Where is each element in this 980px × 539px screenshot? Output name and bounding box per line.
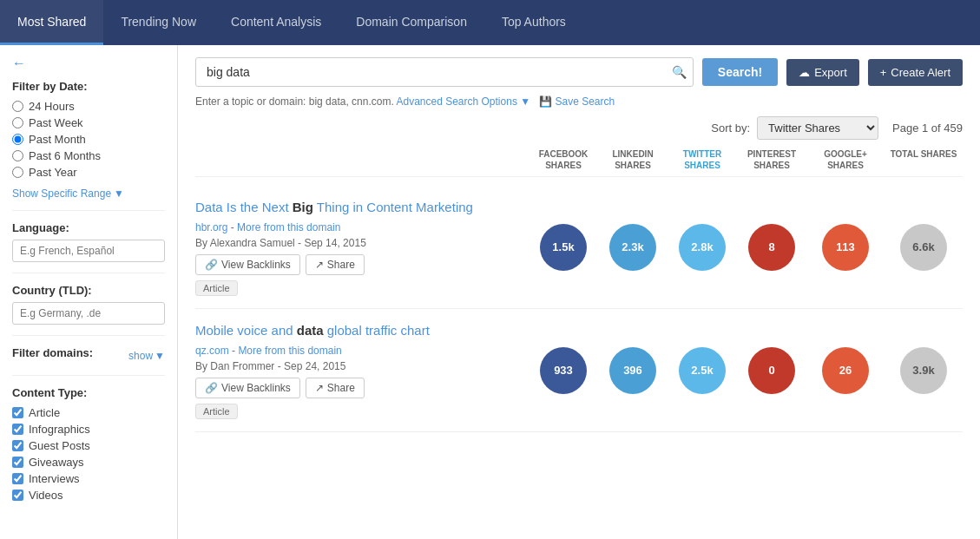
nav-bar: Most Shared Trending Now Content Analysi…	[0, 0, 980, 45]
total-circle-2: 3.9k	[900, 347, 947, 394]
article-more-link-1[interactable]: More from this domain	[237, 221, 340, 233]
column-headers: FACEBOOKSHARES LINKEDINSHARES TWITTERSHA…	[195, 148, 963, 177]
filter-week-label: Past Week	[29, 116, 83, 129]
search-icon-button[interactable]: 🔍	[672, 65, 687, 79]
sidebar-back-button[interactable]: ←	[12, 56, 26, 71]
content-type-guest-posts[interactable]: Guest Posts	[12, 439, 165, 452]
content-type-guest-posts-label: Guest Posts	[29, 439, 90, 452]
content-type-videos[interactable]: Videos	[12, 489, 165, 502]
article-linkedin-1: 2.3k	[598, 224, 668, 271]
filter-month[interactable]: Past Month	[12, 133, 165, 146]
article-tag-1: Article	[195, 280, 238, 296]
content-type-videos-label: Videos	[29, 489, 63, 502]
filter-24h[interactable]: 24 Hours	[12, 100, 165, 113]
filter-6months[interactable]: Past 6 Months	[12, 149, 165, 162]
col-twitter: TWITTERSHARES	[668, 148, 737, 171]
search-wrapper: 🔍	[195, 57, 694, 87]
share-button-1[interactable]: ↗ Share	[306, 254, 365, 275]
content-type-article[interactable]: Article	[12, 406, 165, 419]
cloud-icon: ☁	[799, 66, 810, 79]
page-info: Page 1 of 459	[892, 122, 963, 135]
content-type-infographics[interactable]: Infographics	[12, 423, 165, 436]
nav-top-authors[interactable]: Top Authors	[484, 0, 583, 45]
show-domains-icon: ▼	[155, 350, 165, 362]
sidebar: ← Filter by Date: 24 Hours Past Week Pas…	[0, 45, 178, 539]
nav-trending-now[interactable]: Trending Now	[103, 0, 214, 45]
twitter-circle-1: 2.8k	[679, 224, 726, 271]
backlink-icon: 🔗	[205, 259, 218, 271]
article-source-link-1[interactable]: hbr.org	[195, 221, 227, 233]
article-buttons-2: 🔗 View Backlinks ↗ Share	[195, 378, 520, 398]
share-button-2[interactable]: ↗ Share	[306, 378, 365, 398]
col-article	[195, 148, 529, 171]
filter-24h-label: 24 Hours	[29, 100, 75, 113]
nav-content-analysis[interactable]: Content Analysis	[214, 0, 339, 45]
article-tag-2: Article	[195, 404, 238, 419]
article-google-1: 113	[806, 224, 885, 271]
article-source-1: hbr.org - More from this domain	[195, 221, 520, 233]
filter-6months-label: Past 6 Months	[29, 149, 101, 162]
pinterest-circle-2: 0	[748, 347, 795, 394]
linkedin-circle-1: 2.3k	[609, 224, 656, 271]
facebook-circle-1: 1.5k	[540, 224, 587, 271]
advanced-search-label: Advanced Search Options	[396, 95, 516, 108]
search-hint-text: Enter a topic or domain: big data, cnn.c…	[195, 95, 394, 108]
filter-month-label: Past Month	[29, 133, 86, 146]
filter-date-title: Filter by Date:	[12, 80, 165, 93]
col-total: TOTAL SHARES	[885, 148, 963, 171]
filter-domains-label: Filter domains:	[12, 346, 93, 359]
show-domains-label: show	[128, 350, 153, 362]
article-link-2[interactable]: Mobile voice and data global traffic cha…	[195, 323, 430, 338]
search-button[interactable]: Search!	[702, 58, 778, 86]
nav-most-shared[interactable]: Most Shared	[0, 0, 103, 45]
filter-domains-show[interactable]: show ▼	[128, 350, 165, 362]
show-range-icon: ▼	[114, 187, 124, 200]
search-input[interactable]	[195, 57, 694, 87]
filter-year-label: Past Year	[29, 166, 77, 179]
content-type-interviews-label: Interviews	[29, 472, 80, 485]
article-more-link-2[interactable]: More from this domain	[238, 345, 341, 357]
total-circle-1: 6.6k	[900, 224, 947, 271]
col-facebook: FACEBOOKSHARES	[529, 148, 598, 171]
save-search-label: Save Search	[555, 95, 615, 108]
article-twitter-2: 2.5k	[668, 347, 737, 394]
view-backlinks-button-2[interactable]: 🔗 View Backlinks	[195, 378, 300, 398]
show-range-link[interactable]: Show Specific Range ▼	[12, 187, 124, 200]
article-link-1[interactable]: Data Is the Next Big Thing in Content Ma…	[195, 200, 473, 214]
share-icon: ↗	[315, 382, 324, 394]
advanced-search-icon: ▼	[520, 95, 530, 108]
filter-year[interactable]: Past Year	[12, 166, 165, 179]
article-total-1: 6.6k	[885, 224, 963, 271]
article-title-2: Mobile voice and data global traffic cha…	[195, 321, 520, 339]
article-pinterest-2: 0	[737, 347, 806, 394]
article-total-2: 3.9k	[885, 347, 963, 394]
share-icon: ↗	[315, 259, 324, 271]
backlink-icon: 🔗	[205, 382, 218, 394]
create-alert-button[interactable]: + Create Alert	[868, 59, 963, 86]
article-author-1: By Alexandra Samuel - Sep 14, 2015	[195, 237, 520, 249]
article-source-link-2[interactable]: qz.com	[195, 345, 229, 357]
save-search-link[interactable]: 💾 Save Search	[539, 95, 615, 108]
col-pinterest: PINTERESTSHARES	[737, 148, 806, 171]
content-type-giveaways[interactable]: Giveaways	[12, 456, 165, 469]
main-layout: ← Filter by Date: 24 Hours Past Week Pas…	[0, 45, 980, 539]
content-type-interviews[interactable]: Interviews	[12, 472, 165, 485]
language-label: Language:	[12, 221, 165, 234]
view-backlinks-button-1[interactable]: 🔗 View Backlinks	[195, 254, 300, 275]
export-button[interactable]: ☁ Export	[786, 59, 859, 86]
google-circle-1: 113	[822, 224, 869, 271]
country-label: Country (TLD):	[12, 284, 165, 297]
table-row: Data Is the Next Big Thing in Content Ma…	[195, 186, 963, 309]
nav-domain-comparison[interactable]: Domain Comparison	[339, 0, 484, 45]
filter-week[interactable]: Past Week	[12, 116, 165, 129]
plus-icon: +	[880, 66, 887, 79]
language-input[interactable]	[12, 240, 165, 262]
table-row: Mobile voice and data global traffic cha…	[195, 309, 963, 432]
sort-select[interactable]: Twitter Shares Facebook Shares Total Sha…	[757, 116, 878, 140]
col-linkedin: LINKEDINSHARES	[598, 148, 668, 171]
advanced-search-link[interactable]: Advanced Search Options ▼	[396, 95, 533, 108]
export-label: Export	[814, 66, 847, 79]
country-input[interactable]	[12, 302, 165, 325]
article-facebook-2: 933	[529, 347, 598, 394]
nav-domain-label: Domain Comparison	[356, 15, 467, 29]
